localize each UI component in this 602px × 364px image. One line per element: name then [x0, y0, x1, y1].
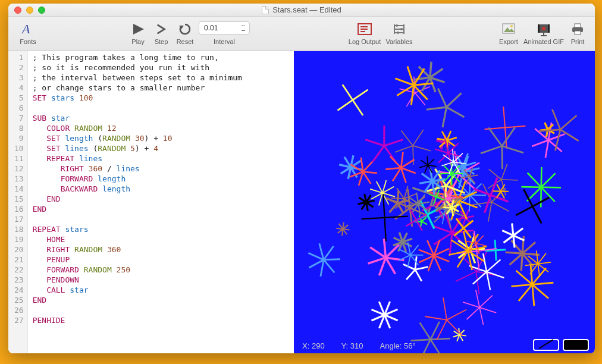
background-color-swatch[interactable]: [533, 339, 559, 351]
svg-line-483: [393, 168, 401, 181]
window-title: Stars.seat — Edited: [272, 5, 341, 14]
reset-button[interactable]: Reset: [173, 17, 197, 51]
app-window: Stars.seat — Edited A Fonts Play Step: [8, 4, 595, 353]
svg-line-96: [434, 233, 452, 244]
reset-icon: [178, 20, 192, 38]
maximize-icon[interactable]: [38, 7, 45, 14]
svg-line-156: [430, 68, 443, 77]
svg-line-95: [450, 233, 452, 255]
svg-line-170: [501, 180, 518, 180]
svg-line-453: [384, 140, 403, 146]
minimize-icon[interactable]: [26, 7, 33, 14]
svg-line-210: [487, 259, 500, 272]
svg-line-183: [545, 140, 548, 158]
svg-line-34: [532, 283, 554, 284]
svg-line-286: [505, 128, 507, 149]
svg-line-152: [395, 146, 413, 152]
svg-rect-25: [575, 24, 581, 27]
svg-line-460: [407, 255, 410, 268]
svg-marker-1: [133, 24, 144, 34]
svg-line-455: [372, 146, 384, 162]
svg-line-182: [324, 260, 334, 273]
fonts-button[interactable]: A Fonts: [13, 17, 43, 51]
step-button[interactable]: Step: [150, 17, 173, 51]
animated-gif-button[interactable]: Animated GIF: [522, 17, 565, 51]
svg-line-113: [403, 264, 415, 269]
toolbar: A Fonts Play Step Reset 0.01: [8, 17, 595, 51]
svg-line-499: [361, 218, 384, 219]
svg-line-102: [427, 215, 434, 229]
svg-line-37: [519, 284, 532, 301]
svg-line-35: [532, 284, 548, 298]
svg-line-372: [467, 307, 480, 319]
svg-line-97: [432, 225, 452, 233]
svg-line-364: [428, 159, 434, 165]
svg-line-176: [321, 260, 324, 277]
svg-line-305: [502, 146, 503, 169]
close-icon[interactable]: [14, 7, 21, 14]
svg-line-435: [522, 187, 541, 187]
svg-line-204: [438, 89, 446, 107]
svg-line-371: [479, 307, 483, 325]
svg-line-56: [384, 239, 386, 258]
export-button[interactable]: Export: [495, 17, 522, 51]
svg-line-203: [427, 107, 447, 109]
svg-line-91: [496, 250, 496, 261]
svg-line-444: [363, 172, 371, 184]
log-output-button[interactable]: Log Output: [346, 17, 383, 51]
svg-line-461: [399, 255, 410, 261]
canvas-status: X: 290 Y: 310 Angle: 56°: [294, 338, 416, 353]
svg-line-473: [405, 186, 408, 199]
svg-line-488: [532, 206, 541, 224]
play-icon: [131, 20, 145, 38]
svg-rect-26: [575, 31, 581, 34]
variables-button[interactable]: Variables: [383, 17, 415, 51]
svg-line-36: [532, 284, 534, 306]
svg-line-106: [436, 140, 443, 143]
print-button[interactable]: Print: [565, 17, 590, 51]
svg-line-456: [365, 140, 384, 146]
svg-line-38: [511, 284, 532, 286]
svg-line-202: [443, 107, 447, 127]
svg-line-153: [402, 131, 413, 146]
interval-combobox[interactable]: 0.01: [199, 21, 250, 34]
drawing-surface: [294, 51, 595, 353]
svg-line-369: [421, 160, 428, 165]
export-icon: [501, 20, 516, 38]
pen-color-swatch[interactable]: [563, 339, 589, 351]
log-output-icon: [357, 20, 372, 38]
svg-line-115: [415, 267, 428, 270]
svg-line-489: [516, 206, 532, 215]
svg-line-184: [532, 140, 548, 146]
svg-line-73: [469, 195, 470, 212]
svg-line-491: [443, 297, 447, 319]
svg-line-342: [420, 323, 431, 340]
svg-line-233: [521, 253, 522, 271]
svg-line-235: [506, 252, 523, 253]
svg-line-339: [431, 340, 441, 353]
play-button[interactable]: Play: [126, 17, 150, 51]
color-swatches: [533, 339, 589, 351]
svg-line-498: [385, 218, 386, 241]
variables-icon: [392, 20, 406, 38]
svg-line-480: [401, 159, 414, 168]
svg-line-466: [397, 191, 399, 203]
status-angle: Angle: 56°: [380, 341, 416, 350]
svg-line-486: [401, 152, 403, 168]
svg-line-68: [422, 221, 427, 224]
svg-point-17: [510, 25, 513, 27]
svg-rect-19: [538, 24, 540, 33]
svg-line-471: [391, 198, 405, 199]
titlebar: Stars.seat — Edited: [8, 4, 595, 17]
svg-line-284: [503, 106, 505, 127]
svg-line-177: [309, 260, 324, 268]
svg-line-438: [541, 173, 556, 187]
svg-line-249: [538, 264, 540, 277]
code-body[interactable]: ; This program takes a long time to run,…: [28, 51, 247, 353]
svg-point-23: [542, 27, 545, 30]
step-icon: [155, 20, 168, 38]
svg-line-308: [488, 202, 492, 222]
svg-line-47: [476, 272, 479, 295]
svg-line-429: [502, 231, 513, 236]
code-editor[interactable]: 1234567891011121314151617181920212223242…: [8, 51, 294, 353]
